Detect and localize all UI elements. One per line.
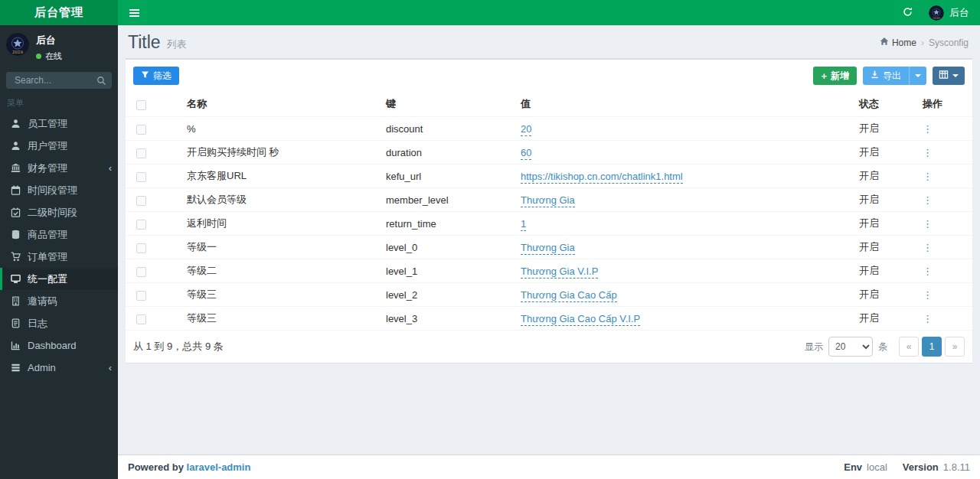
user-menu[interactable]: 2019 后台 [923,0,980,25]
select-all-checkbox[interactable] [136,100,146,110]
refresh-button[interactable] [893,0,923,25]
row-actions-icon[interactable]: ⋮ [923,242,933,253]
table-row: 等级二level_1Thương Gia V.I.P开启⋮ [126,259,972,283]
export-button[interactable]: 导出 [863,67,909,85]
svg-text:2019: 2019 [12,50,23,54]
sidebar-item-staff[interactable]: 员工管理 [0,112,118,135]
cell-status: 开启 [853,117,916,141]
sidebar-item-label: 员工管理 [28,117,67,131]
sidebar-item-goods[interactable]: 商品管理 [0,223,118,246]
row-checkbox[interactable] [136,125,146,135]
cell-name: 默认会员等级 [181,188,380,212]
row-checkbox[interactable] [136,314,146,324]
row-checkbox[interactable] [136,243,146,253]
file-icon [10,318,21,328]
cell-name: 等级三 [181,307,380,331]
navbar-user-name: 后台 [949,6,969,20]
search-icon[interactable] [96,75,106,89]
table-body: %discount20开启⋮开启购买持续时间 秒duration60开启⋮京东客… [126,117,972,331]
cell-key: discount [380,117,514,141]
new-button[interactable]: + 新增 [813,67,857,85]
sidebar-item-orders[interactable]: 订单管理 [0,246,118,268]
menu-section-label: 菜单 [0,89,118,112]
row-actions-icon[interactable]: ⋮ [923,313,933,324]
sidebar-user-status: 在线 [36,51,62,62]
cell-value-editable[interactable]: 20 [521,123,531,136]
row-actions-icon[interactable]: ⋮ [923,171,933,182]
sidebar-item-invite[interactable]: 邀请码 [0,290,118,312]
row-actions-icon[interactable]: ⋮ [923,266,933,277]
row-checkbox[interactable] [136,267,146,277]
sidebar-toggle-button[interactable] [118,0,151,25]
cell-value-editable[interactable]: Thương Gia [521,242,575,255]
tasks-icon [10,363,21,373]
sidebar-item-logs[interactable]: 日志 [0,312,118,334]
row-actions-icon[interactable]: ⋮ [923,123,933,135]
export-dropdown-toggle[interactable] [909,67,926,85]
sidebar-item-dashboard[interactable]: Dashboard [0,334,118,357]
cell-value-editable[interactable]: https://tikishop.cn.com/chatlink1.html [521,171,683,184]
cell-value-editable[interactable]: Thương Gia [521,194,575,207]
row-actions-icon[interactable]: ⋮ [923,147,933,158]
sidebar-item-finance[interactable]: 财务管理‹ [0,157,118,179]
per-page-unit: 条 [878,341,887,354]
per-page-select[interactable]: 20 [828,337,873,357]
row-checkbox[interactable] [136,148,146,158]
cell-name: 开启购买持续时间 秒 [181,141,380,165]
sidebar-user-avatar: 2019 [6,33,29,56]
cell-value-editable[interactable]: 60 [521,147,531,160]
cell-value-editable[interactable]: 1 [521,218,526,231]
cell-value-editable[interactable]: Thương Gia Cao Cấp [521,289,617,302]
cell-name: 等级三 [181,283,380,307]
sidebar-item-label: 统一配置 [28,272,67,286]
laravel-admin-link[interactable]: laravel-admin [187,461,251,473]
grid-box: 筛选 + 新增 导出 [126,58,972,363]
sidebar-item-admin[interactable]: Admin‹ [0,357,118,379]
powered-by-label: Powered by [128,461,184,473]
sidebar-user-panel: 2019 后台 在线 [0,25,118,68]
user-icon [10,141,21,151]
version-label: Version [903,461,939,473]
cell-key: return_time [380,212,514,236]
cell-status: 开启 [853,188,916,212]
row-checkbox[interactable] [136,291,146,301]
main-content: Title 列表 Home › Sysconfig 筛选 [118,25,980,479]
filter-button[interactable]: 筛选 [133,67,179,85]
page-footer: Powered by laravel-admin Env local Versi… [118,455,980,479]
pager-prev-button[interactable]: « [899,337,919,357]
column-selector-button[interactable] [933,67,965,85]
row-actions-icon[interactable]: ⋮ [923,218,933,230]
cell-value-editable[interactable]: Thương Gia Cao Cấp V.I.P [521,313,640,326]
brand-logo[interactable]: 后台管理 [0,0,118,25]
row-checkbox[interactable] [136,172,146,182]
sidebar-item-subslot[interactable]: 二级时间段 [0,201,118,223]
breadcrumb-home-link[interactable]: Home [880,37,916,48]
cell-status: 开启 [853,141,916,165]
row-checkbox[interactable] [136,220,146,230]
cell-key: level_3 [380,307,514,331]
cell-name: 京东客服URL [181,165,380,188]
sidebar-item-sysconfig[interactable]: 统一配置 [0,268,118,290]
breadcrumb-separator: › [921,37,924,48]
pager: « 1 » [899,337,965,357]
column-header-status: 状态 [853,92,916,117]
cell-value-editable[interactable]: Thương Gia V.I.P [521,266,598,279]
pager-next-button[interactable]: » [945,337,965,357]
sidebar-item-timeslot[interactable]: 时间段管理 [0,179,118,201]
building-icon [10,296,21,306]
pager-page-1-button[interactable]: 1 [922,337,942,357]
sidebar-item-users[interactable]: 用户管理 [0,135,118,157]
table-grid-icon [939,70,949,82]
filter-icon [141,70,149,81]
row-actions-icon[interactable]: ⋮ [923,194,933,206]
cell-key: level_2 [380,283,514,307]
row-checkbox[interactable] [136,196,146,206]
caret-down-icon [952,74,959,77]
row-actions-icon[interactable]: ⋮ [923,289,933,301]
breadcrumb: Home › Sysconfig [880,37,969,48]
admin-app: 后台管理 2019 后台 [0,0,980,479]
hamburger-icon [129,9,139,11]
table-row: 等级三level_3Thương Gia Cao Cấp V.I.P开启⋮ [126,307,972,331]
cell-key: level_0 [380,236,514,259]
cell-status: 开启 [853,212,916,236]
